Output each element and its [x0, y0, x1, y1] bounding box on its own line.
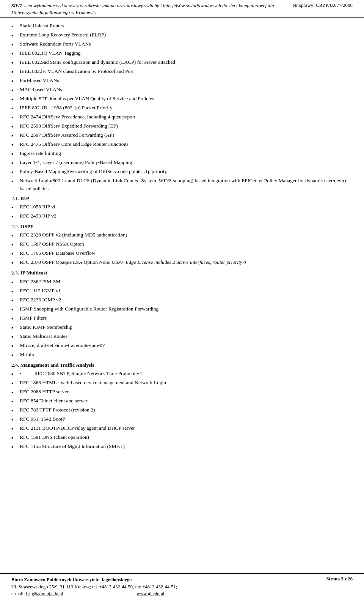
item-text: RFC 1058 RIP vi [20, 203, 353, 211]
page: SIWZ – na wyłonienie wykonawcy w zakresi… [0, 0, 364, 599]
bullet-icon: ▪ [11, 150, 20, 158]
footer-page-label: Strona 3 z 26 [326, 576, 353, 582]
bullet-icon: ▪ [11, 249, 20, 258]
section-22-heading: 2.2. OSPF [11, 223, 353, 230]
item-text: IEEE 802.1Q VLAN Tagging [20, 49, 353, 57]
list-item: ▪ RFC 1591 DNS (client operation) [11, 433, 353, 442]
item-text: Policy-Based Mapping/0verwriting of Diff… [20, 168, 353, 175]
bullet-icon: ▪ [11, 305, 20, 314]
footer-email-line: e-mail: bzp@adm.uj.edu.pl www.uj.edu.pl [11, 590, 177, 597]
item-text: RFC 783 TFTP Protocol (revision 2) [20, 406, 353, 414]
management-bullets: ▪ • RFC 2030 SNTP, Simple Network Time P… [11, 370, 353, 451]
list-item: ▪ RFC 2597 DiffServ Assured Forwarding (… [11, 131, 353, 140]
list-item: ▪ Extreme Loop Recovery Protocol (ELRP) [11, 31, 353, 39]
bullet-icon: ▪ [11, 231, 20, 240]
ospf-bullets: ▪ RFC 2328 OSPF v2 (including MD5 authen… [11, 231, 353, 267]
footer-contact: Biuro Zamówień Publicznych Uniwersytetu … [11, 576, 177, 597]
item-text: Mtrace, draft-ietf-idmr-traceroute-ipm-0… [20, 342, 353, 349]
bullet-icon: ▪ [11, 40, 20, 49]
item-text: Multiple STP domains per VLAN Quality of… [20, 95, 353, 102]
bullet-icon: ▪ [11, 212, 20, 221]
bullet-icon: ▪ [11, 131, 20, 140]
bullet-icon: ▪ [11, 342, 20, 350]
section-21-label: 2.1. [11, 195, 20, 201]
item-text: Ingress rate limiting [20, 150, 353, 157]
section-23-heading: 2.3. IP Multicast [11, 269, 353, 277]
bullet-icon: ▪ [11, 95, 20, 103]
list-item: ▪ RFC 1866 HTML - web-based device manag… [11, 379, 353, 387]
list-item: ▪ RFC 2370 OSPF Opaque LSA Option Note: … [11, 259, 353, 267]
item-text: RFC 2598 DiffServ Expedited Forwarding (… [20, 122, 353, 130]
list-item: ▪ Policy-Based Mapping/0verwriting of Di… [11, 168, 353, 176]
list-item: ▪ Static IGMP Membership [11, 323, 353, 332]
bullet-icon: ▪ [11, 31, 20, 39]
list-item: ▪ RFC 1587 OSPF NSSA Option [11, 240, 353, 249]
list-item: ▪ Ingress rate limiting [11, 150, 353, 158]
list-item: ▪ RFC 2362 PIM-SM [11, 278, 353, 286]
item-text: IGMP Filters [20, 314, 353, 322]
initial-bullets: ▪ Static Unicast Routes ▪ Extreme Loop R… [11, 22, 353, 192]
header-title: SIWZ – na wyłonienie wykonawcy w zakresi… [11, 2, 277, 16]
list-item: ▪ Static Unicast Routes [11, 22, 353, 30]
item-text: RFC 2453 RIP v2 [20, 212, 353, 220]
bullet-icon: ▪ [11, 351, 20, 359]
bullet-icon: ▪ [11, 287, 20, 295]
list-item: ▪ Multiple STP domains per VLAN Quality … [11, 95, 353, 103]
section-23-title: IP Multicast [20, 270, 47, 276]
footer-email-link[interactable]: bzp@adm.uj.edu.pl [26, 591, 63, 596]
list-item: ▪ RFC 2328 OSPF v2 (including MD5 authen… [11, 231, 353, 240]
item-text: Software Redundant Ports VLANs [20, 40, 353, 48]
bullet-icon: ▪ [11, 49, 20, 58]
bullet-icon: ▪ [11, 58, 20, 67]
list-item: ▪ RFC 783 TFTP Protocol (revision 2) [11, 406, 353, 415]
item-text: RFC 854 Telnet client and server [20, 397, 353, 405]
bullet-icon: ▪ [11, 104, 20, 112]
footer-email-label: e-mail: [11, 591, 26, 596]
bullet-icon: ▪ [11, 443, 20, 451]
list-item: ▪ Port-based VLANs [11, 77, 353, 85]
bullet-icon: ▪ [11, 415, 20, 424]
item-text: Static Multicast Routes [20, 333, 353, 340]
list-item: ▪ RFC 951, 1542 BootP [11, 415, 353, 424]
list-item: ▪ RFC 2475 DiffServ Core and Edge Router… [11, 140, 353, 149]
page-footer: Biuro Zamówień Publicznych Uniwersytetu … [0, 573, 364, 599]
list-item: ▪ RFC 1155 Structure of Mgmt Information… [11, 443, 353, 451]
item-text: RFC 1765 OSPF Database Overflow [20, 249, 353, 257]
list-item: ▪ RFC 2131 BOOTP/DHCP relay agent and DH… [11, 424, 353, 433]
section-22-title: OSPF [20, 224, 34, 229]
list-item: ▪ RFC 1058 RIP vi [11, 203, 353, 211]
bullet-icon: ▪ [11, 159, 20, 167]
list-item: ▪ RFC 2068 HTTP server [11, 388, 353, 396]
item-text: RFC 2328 OSPF v2 (including MD5 authenti… [20, 231, 353, 239]
item-text: RFC 2370 OSPF Opaque LSA Option Note: OS… [20, 259, 353, 266]
footer-website-spacer [64, 591, 136, 596]
item-text: RFC 1112 IGMP v1 [20, 287, 353, 295]
page-content: ▪ Static Unicast Routes ▪ Extreme Loop R… [0, 18, 364, 573]
header-nr-sprawy: Nr sprawy: CRZP/UJ/77/2008 [293, 2, 353, 8]
item-text: IEEE 802.lv: VLAN classification by Prot… [20, 68, 353, 75]
item-text: RFC 951, 1542 BootP [20, 415, 353, 423]
list-item: ▪ IEEE 802.lv: VLAN classification by Pr… [11, 68, 353, 76]
item-text: Network Login/802.1x and DLCS (Dynamic L… [20, 177, 353, 192]
list-item: ▪ IEEE 802.Sad Static configuration and … [11, 58, 353, 67]
item-text: RFC 1587 OSPF NSSA Option [20, 240, 353, 248]
footer-address: Ul. Straszewskiego 25/9, 31-113 Kraków; … [11, 583, 177, 591]
list-item: ▪ MAC-based VLANs [11, 86, 353, 94]
section-24-title: Management and Traffic Analysis [20, 362, 94, 368]
item-text: Mrinfo [20, 351, 353, 358]
footer-website-link[interactable]: www.uj.edu.pl [136, 591, 164, 596]
list-item: ▪ Mtrace, draft-ietf-idmr-traceroute-ipm… [11, 342, 353, 350]
list-item: ▪ Static Multicast Routes [11, 333, 353, 341]
list-item: ▪ RFC 854 Telnet client and server [11, 397, 353, 405]
bullet-icon: ▪ [11, 77, 20, 85]
list-item: ▪ RFC 2598 DiffServ Expedited Forwarding… [11, 122, 353, 131]
bullet-icon: ▪ [11, 177, 20, 185]
item-text: IEEE 802.1D - 1998 (802.1p) Packet Prior… [20, 104, 353, 112]
item-text: Layer 1-4, Layer 7 (user name) Policy-Ba… [20, 159, 353, 166]
bullet-icon: ▪ [11, 122, 20, 131]
list-item: ▪ IEEE 802.1D - 1998 (802.1p) Packet Pri… [11, 104, 353, 112]
list-item: ▪ RFC 2236 IGMP v2 [11, 296, 353, 304]
item-text: RFC 2236 IGMP v2 [20, 296, 353, 304]
bullet-icon: ▪ [11, 168, 20, 176]
page-header: SIWZ – na wyłonienie wykonawcy w zakresi… [0, 0, 364, 18]
